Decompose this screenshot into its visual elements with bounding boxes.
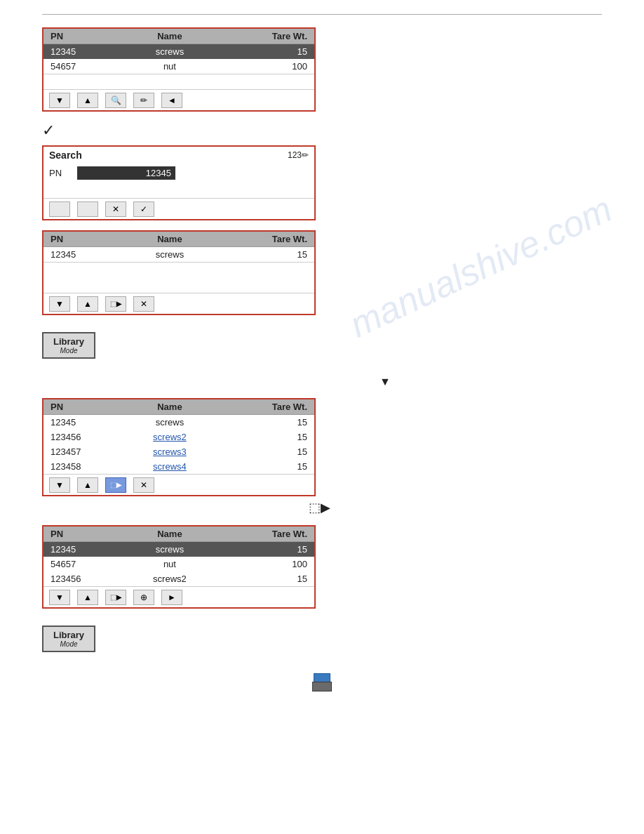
panel-1-row-1[interactable]: 12345 screws 15 [43, 44, 314, 59]
col-tare-header-2: Tare Wt. [215, 234, 307, 244]
bottom-icon-area [42, 673, 602, 693]
name-value-3-4: screws4 [124, 461, 216, 472]
pn-value-3-1: 12345 [51, 417, 124, 428]
pn-value-3-4: 123458 [51, 461, 124, 472]
search-panel-header: Search 123✏ [43, 147, 314, 164]
panel-1-search-btn[interactable]: 🔍 [105, 93, 126, 108]
panel-3-row-1[interactable]: 12345 screws 15 [43, 415, 314, 430]
pn-value-4-2: 54657 [51, 559, 124, 569]
library-btn-1-sub: Mode [53, 347, 84, 355]
search-input[interactable]: 12345 [77, 166, 175, 180]
panel-3-down-btn[interactable]: ▼ [49, 477, 70, 493]
name-value-2-1: screws [124, 249, 216, 260]
col-name-header-3: Name [124, 402, 216, 412]
panel-1-up-btn[interactable]: ▲ [77, 93, 98, 108]
panel-3-header: PN Name Tare Wt. [43, 399, 314, 415]
name-value-3-2: screws2 [124, 432, 216, 442]
panel-4-row-2[interactable]: 54657 nut 100 [43, 557, 314, 571]
col-pn-header-2: PN [51, 234, 124, 244]
panel-2-row-1[interactable]: 12345 screws 15 [43, 247, 314, 262]
panel-1-back-btn[interactable]: ◄ [161, 93, 182, 108]
library-mode-btn-1[interactable]: Library Mode [42, 332, 95, 359]
library-mode-btn-2[interactable]: Library Mode [42, 626, 95, 652]
section-3: PN Name Tare Wt. 12345 screws 15 ▼ ▲ ⬚▶ … [42, 230, 602, 315]
panel-2-select-btn[interactable]: ⬚▶ [105, 296, 126, 312]
search-panel: Search 123✏ PN 12345 ✕ ✓ [42, 145, 316, 220]
panel-1: PN Name Tare Wt. 12345 screws 15 54657 n… [42, 27, 316, 112]
col-tare-header-3: Tare Wt. [215, 402, 307, 412]
panel-4-header: PN Name Tare Wt. [43, 527, 314, 542]
panel-4-next-btn[interactable]: ► [161, 590, 182, 605]
panel-3-row-4[interactable]: 123458 screws4 15 [43, 459, 314, 474]
pn-value-1-1: 12345 [51, 46, 124, 57]
panel-4-footer: ▼ ▲ ⬚▶ ⊕ ► [43, 586, 314, 607]
panel-2-cancel-btn[interactable]: ✕ [133, 296, 154, 312]
panel-2-up-btn[interactable]: ▲ [77, 296, 98, 312]
panel-2: PN Name Tare Wt. 12345 screws 15 ▼ ▲ ⬚▶ … [42, 230, 316, 315]
col-tare-header-1: Tare Wt. [215, 31, 307, 41]
section-library-2: Library Mode [42, 618, 602, 659]
pn-value-4-1: 12345 [51, 544, 124, 555]
tare-value-3-1: 15 [215, 417, 307, 428]
search-panel-row: PN 12345 [43, 164, 314, 183]
search-empty-btn-2[interactable] [77, 201, 98, 217]
top-divider [42, 14, 602, 15]
col-name-header-1: Name [124, 31, 216, 41]
section-4: PN Name Tare Wt. 12345 screws 15 123456 … [42, 398, 602, 515]
panel-2-spacer [43, 262, 314, 277]
search-confirm-btn[interactable]: ✓ [133, 201, 154, 217]
tare-value-3-4: 15 [215, 461, 307, 472]
panel-4-row-3[interactable]: 123456 screws2 15 [43, 571, 314, 586]
panel-1-row-2[interactable]: 54657 nut 100 [43, 59, 314, 74]
col-name-header-4: Name [124, 529, 216, 539]
panel-4-down-btn[interactable]: ▼ [49, 590, 70, 605]
pn-value-4-3: 123456 [51, 574, 124, 584]
panel-3-row-3[interactable]: 123457 screws3 15 [43, 444, 314, 459]
name-value-1-1: screws [124, 46, 216, 57]
select-cursor-icon: ⬚▶ [309, 501, 330, 515]
panel-4-add-btn[interactable]: ⊕ [133, 590, 154, 605]
section-1: PN Name Tare Wt. 12345 screws 15 54657 n… [42, 27, 602, 112]
checkmark-1: ✓ [42, 121, 602, 140]
panel-2-spacer-2 [43, 277, 314, 293]
search-panel-title: Search [49, 150, 82, 161]
search-panel-badge: 123✏ [288, 150, 309, 160]
search-panel-footer: ✕ ✓ [43, 198, 314, 219]
panel-3-select-btn[interactable]: ⬚▶ [105, 477, 126, 493]
panel-3-up-btn[interactable]: ▲ [77, 477, 98, 493]
name-value-4-1: screws [124, 544, 216, 555]
tare-value-4-1: 15 [215, 544, 307, 555]
panel-3-cancel-btn[interactable]: ✕ [133, 477, 154, 493]
name-value-3-3: screws3 [124, 446, 216, 457]
tare-value-1-2: 100 [215, 61, 307, 72]
panel-3-footer: ▼ ▲ ⬚▶ ✕ [43, 474, 314, 495]
col-pn-header-4: PN [51, 529, 124, 539]
col-tare-header-4: Tare Wt. [215, 529, 307, 539]
library-btn-2-sub: Mode [53, 640, 84, 648]
search-cancel-btn[interactable]: ✕ [105, 201, 126, 217]
panel-4-row-1[interactable]: 12345 screws 15 [43, 542, 314, 557]
tare-value-4-2: 100 [215, 559, 307, 569]
section-arrow: ▼ [42, 376, 602, 388]
pn-value-2-1: 12345 [51, 249, 124, 260]
name-value-3-1: screws [124, 417, 216, 428]
name-value-4-2: nut [124, 559, 216, 569]
tare-value-3-2: 15 [215, 432, 307, 442]
tare-value-4-3: 15 [215, 574, 307, 584]
panel-4-up-btn[interactable]: ▲ [77, 590, 98, 605]
panel-2-header: PN Name Tare Wt. [43, 232, 314, 247]
name-value-1-2: nut [124, 61, 216, 72]
panel-1-down-btn[interactable]: ▼ [49, 93, 70, 108]
panel-1-header: PN Name Tare Wt. [43, 29, 314, 44]
panel-3-row-2[interactable]: 123456 screws2 15 [43, 430, 314, 444]
col-name-header-2: Name [124, 234, 216, 244]
col-pn-header-1: PN [51, 31, 124, 41]
panel-1-edit-btn[interactable]: ✏ [133, 93, 154, 108]
col-pn-header-3: PN [51, 402, 124, 412]
tare-value-2-1: 15 [215, 249, 307, 260]
panel-2-down-btn[interactable]: ▼ [49, 296, 70, 312]
library-btn-2-main: Library [53, 630, 84, 640]
panel-4-select-btn[interactable]: ⬚▶ [105, 590, 126, 605]
search-empty-btn-1[interactable] [49, 201, 70, 217]
section-library-1: Library Mode [42, 325, 602, 366]
